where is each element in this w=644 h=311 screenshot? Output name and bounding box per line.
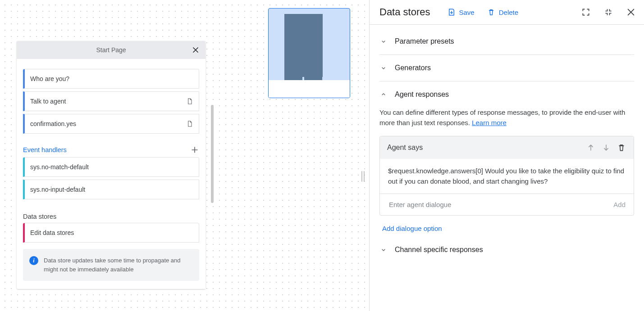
data-stores-label: Data stores [23,213,56,220]
accordion-label: Channel specific responses [395,246,483,254]
move-down-icon[interactable] [601,143,611,153]
close-panel-icon[interactable] [626,7,636,17]
route-label: Talk to agent [30,98,66,105]
accordion-channel-responses[interactable]: Channel specific responses [379,243,634,263]
info-note: i Data store updates take some time to p… [23,249,199,281]
add-dialogue-inline-button[interactable]: Add [613,201,626,208]
event-handler-row[interactable]: sys.no-match-default [23,157,199,177]
add-event-handler-button[interactable] [190,145,199,154]
scrollbar[interactable] [211,105,214,203]
fullscreen-icon[interactable] [581,7,591,17]
route-row[interactable]: Who are you? [23,69,199,89]
delete-button[interactable]: Delete [487,8,518,16]
event-label: sys.no-input-default [30,186,85,193]
move-up-icon[interactable] [586,143,596,153]
accordion-agent-responses[interactable]: Agent responses [379,81,634,108]
delete-button-label: Delete [499,9,518,16]
start-page-header: Start Page [17,41,206,59]
event-handlers-label: Event handlers [23,146,67,153]
accordion-label: Parameter presets [395,37,454,45]
route-row[interactable]: confirmation.yes [23,114,199,134]
details-panel: Data stores Save Delete Parameter preset… [369,0,644,311]
add-dialogue-option-button[interactable]: Add dialogue option [379,216,634,243]
accordion-generators[interactable]: Generators [379,55,634,81]
accordion-label: Generators [395,64,431,72]
edit-data-stores-row[interactable]: Edit data stores [23,223,199,243]
trash-icon[interactable] [617,143,626,153]
panel-title: Data stores [379,6,430,18]
panel-header: Data stores Save Delete [370,0,644,25]
close-icon[interactable] [190,45,201,55]
chevron-down-icon [379,64,388,72]
flow-canvas[interactable]: Start Page Who are you? Talk to agent co… [0,0,369,311]
agent-dialogue-input[interactable] [388,200,613,209]
learn-more-link[interactable]: Learn more [472,119,507,126]
accordion-label: Agent responses [395,90,449,99]
agent-says-title: Agent says [387,144,423,152]
panel-resize-handle[interactable] [362,176,364,178]
flow-node-selected[interactable] [268,8,350,98]
collapse-icon[interactable] [603,7,613,17]
route-label: confirmation.yes [30,120,76,127]
chevron-up-icon [379,90,388,99]
chevron-down-icon [379,246,388,254]
save-button[interactable]: Save [448,8,475,16]
event-handlers-heading: Event handlers [23,145,199,154]
page-icon [186,119,193,128]
agent-responses-description: You can define different types of respon… [379,108,634,136]
info-icon: i [29,256,38,265]
data-stores-heading: Data stores [23,213,199,220]
route-label: Who are you? [30,75,69,82]
agent-says-value[interactable]: $request.knowledge.answers[0] Would you … [380,159,634,194]
route-row[interactable]: Talk to agent [23,91,199,111]
accordion-parameter-presets[interactable]: Parameter presets [379,28,634,55]
start-page-title: Start Page [96,46,126,54]
edit-data-stores-label: Edit data stores [30,229,74,236]
start-page-card: Start Page Who are you? Talk to agent co… [17,41,206,289]
event-label: sys.no-match-default [30,163,89,171]
chevron-down-icon [379,37,388,45]
event-handler-row[interactable]: sys.no-input-default [23,180,199,199]
save-button-label: Save [459,9,475,16]
page-icon [186,97,193,106]
info-note-text: Data store updates take some time to pro… [44,257,181,273]
agent-says-card: Agent says $request.knowledge.answers[0]… [379,136,634,216]
